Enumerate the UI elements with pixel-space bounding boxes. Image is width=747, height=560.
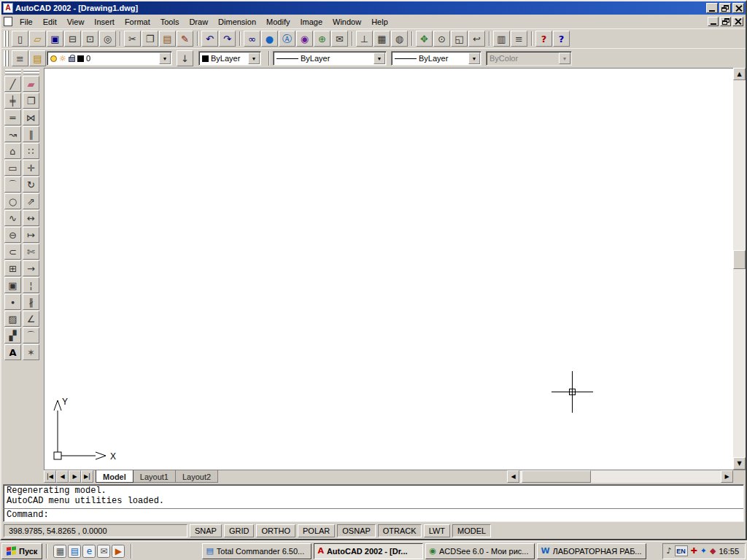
scale-button[interactable]: ⇗ — [23, 193, 39, 209]
toolbar-grip[interactable] — [4, 31, 9, 47]
scroll-up-button[interactable]: ▲ — [733, 68, 746, 80]
horizontal-scroll-track[interactable] — [519, 470, 721, 483]
region-button[interactable]: ▞ — [4, 327, 21, 343]
toolbar-grip[interactable] — [23, 69, 39, 75]
print-preview-button[interactable]: ⊡ — [82, 31, 98, 47]
explode-button[interactable]: ✶ — [23, 344, 39, 360]
document-restore-button[interactable] — [720, 17, 731, 26]
quick-launch-media-player-icon[interactable]: ▶ — [112, 545, 125, 558]
arc-button[interactable]: ⌒ — [4, 176, 21, 192]
task-autocad[interactable]: AAutoCAD 2002 - [Dr... — [314, 543, 423, 559]
tray-app-2-icon[interactable]: ✦ — [700, 547, 707, 555]
publish-to-web-button[interactable]: ⊕ — [314, 31, 330, 47]
3d-orbit-button[interactable]: ◍ — [391, 31, 408, 47]
color-combo-arrow-button[interactable]: ▼ — [248, 52, 260, 64]
quick-launch-outlook-icon[interactable]: ✉ — [97, 545, 110, 558]
polyline-button[interactable]: ↝ — [4, 126, 21, 142]
color-combo[interactable]: ByLayer ▼ — [198, 51, 261, 66]
etransmit-button[interactable]: ✉ — [331, 31, 348, 47]
new-button[interactable]: ▯ — [12, 31, 28, 47]
minimize-button[interactable] — [706, 3, 718, 13]
drawing-canvas[interactable]: Y X — [44, 68, 733, 470]
autodesk-point-a-button[interactable]: Ⓐ — [279, 31, 295, 47]
lengthen-button[interactable]: ↦ — [23, 227, 39, 243]
trim-button[interactable]: ✄ — [23, 244, 39, 260]
insert-hyperlink-button[interactable]: ∞ — [244, 31, 260, 47]
fillet-button[interactable]: ⌒ — [23, 327, 39, 343]
scroll-left-button[interactable]: ◀ — [507, 470, 519, 483]
erase-button[interactable]: ▰ — [23, 76, 39, 92]
copy-object-button[interactable]: ❐ — [23, 93, 39, 109]
offset-button[interactable]: ∥ — [23, 126, 39, 142]
toggle-polar[interactable]: POLAR — [298, 524, 335, 537]
ellipse-button[interactable]: ⊖ — [4, 227, 21, 243]
menu-dimension[interactable]: Dimension — [213, 16, 261, 28]
document-icon[interactable] — [4, 17, 12, 26]
quick-launch-total-commander-icon[interactable]: ▤ — [68, 545, 81, 558]
mirror-button[interactable]: ⋈ — [23, 109, 39, 125]
polygon-button[interactable]: ⌂ — [4, 143, 21, 159]
construction-line-button[interactable]: ╪ — [4, 93, 21, 109]
menu-draw[interactable]: Draw — [184, 16, 213, 28]
menu-format[interactable]: Format — [120, 16, 155, 28]
vertical-scroll-thumb[interactable] — [733, 250, 746, 269]
make-object-layer-current-button[interactable]: ↓ — [177, 50, 193, 66]
help-button[interactable]: ? — [535, 31, 552, 47]
active-assistance-button[interactable]: ? — [553, 31, 570, 47]
menu-file[interactable]: File — [15, 16, 38, 28]
command-prompt[interactable]: Command: — [4, 509, 743, 521]
linetype-combo[interactable]: ByLayer ▼ — [273, 51, 387, 66]
spline-button[interactable]: ∿ — [4, 210, 21, 226]
language-indicator-icon[interactable]: EN — [675, 545, 688, 556]
tab-model[interactable]: Model — [96, 470, 133, 483]
redo-button[interactable]: ↷ — [219, 31, 236, 47]
task-acdsee[interactable]: ◉ACDSee 6.0 - Мои рис... — [425, 543, 535, 559]
task-word-document[interactable]: WЛАБОРАТОРНАЯ РАБ... — [537, 543, 646, 559]
menu-edit[interactable]: Edit — [38, 16, 62, 28]
menu-insert[interactable]: Insert — [89, 16, 120, 28]
quick-launch-show-desktop-icon[interactable]: ▦ — [53, 545, 66, 558]
task-total-commander[interactable]: ▤Total Commander 6.50... — [202, 543, 311, 559]
line-button[interactable]: ╱ — [4, 76, 21, 92]
lineweight-combo[interactable]: ByLayer ▼ — [391, 51, 481, 66]
toolbar-grip[interactable] — [4, 50, 9, 66]
tab-layout2[interactable]: Layout2 — [175, 470, 218, 483]
hatch-button[interactable]: ▨ — [4, 311, 21, 327]
tab-first-button[interactable]: |◀ — [44, 470, 56, 483]
command-window[interactable]: Regenerating model. AutoCAD menu utiliti… — [3, 484, 744, 522]
rectangle-button[interactable]: ▭ — [4, 160, 21, 176]
layer-combo[interactable]: ☼ 0 ▼ — [47, 51, 172, 66]
menu-help[interactable]: Help — [366, 16, 393, 28]
menu-image[interactable]: Image — [295, 16, 328, 28]
vertical-scrollbar[interactable]: ▲ ▼ — [733, 68, 746, 470]
horizontal-scroll-thumb[interactable] — [522, 470, 591, 483]
layer-states-button[interactable]: ▤ — [29, 50, 46, 66]
vertical-scroll-track[interactable] — [733, 80, 746, 457]
toggle-snap[interactable]: SNAP — [190, 524, 222, 537]
menu-tools[interactable]: Tools — [155, 16, 185, 28]
open-button[interactable]: ▱ — [29, 31, 46, 47]
multiline-button[interactable]: ═ — [4, 109, 21, 125]
move-button[interactable]: ✛ — [23, 160, 39, 176]
menu-view[interactable]: View — [62, 16, 90, 28]
insert-block-button[interactable]: ⊞ — [4, 260, 21, 276]
tab-last-button[interactable]: ▶| — [81, 470, 93, 483]
array-button[interactable]: ∷ — [23, 143, 39, 159]
pan-realtime-button[interactable]: ✥ — [416, 31, 433, 47]
properties-button[interactable]: ≡ — [511, 31, 527, 47]
horizontal-scrollbar[interactable]: ◀ ▶ — [507, 470, 733, 483]
tray-app-3-icon[interactable]: ◆ — [710, 547, 716, 555]
lineweight-combo-arrow-button[interactable]: ▼ — [468, 52, 480, 64]
ellipse-arc-button[interactable]: ⊂ — [4, 244, 21, 260]
copy-button[interactable]: ❐ — [142, 31, 158, 47]
rotate-button[interactable]: ↻ — [23, 176, 39, 192]
scroll-down-button[interactable]: ▼ — [733, 457, 746, 470]
tab-layout1[interactable]: Layout1 — [133, 470, 176, 483]
toggle-lwt[interactable]: LWT — [424, 524, 450, 537]
circle-button[interactable]: ○ — [4, 193, 21, 209]
make-block-button[interactable]: ▣ — [4, 277, 21, 293]
close-button[interactable] — [732, 3, 744, 13]
cut-button[interactable]: ✂ — [124, 31, 141, 47]
paste-button[interactable]: ▤ — [159, 31, 176, 47]
zoom-previous-button[interactable]: ↩ — [468, 31, 485, 47]
